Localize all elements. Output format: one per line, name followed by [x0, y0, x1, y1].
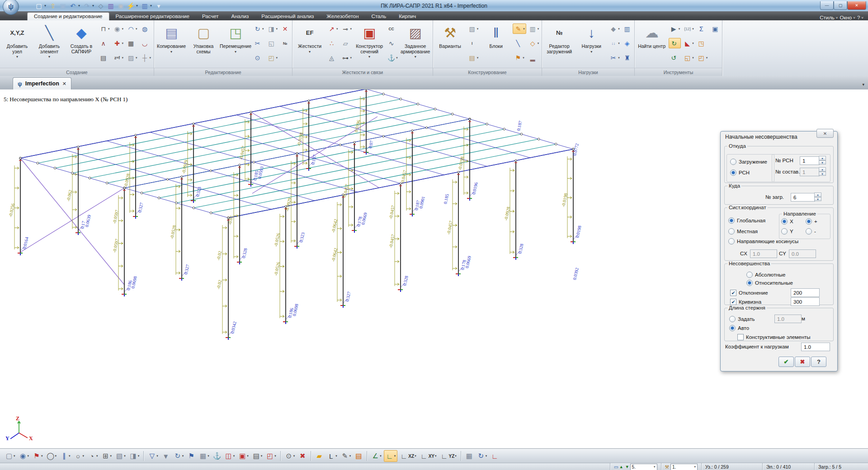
numbers-12-icon[interactable]: (12)▾ [682, 24, 695, 33]
quarters-c-icon[interactable]: ◱▾ [682, 53, 695, 63]
load-editor-button[interactable]: №Редактор загружений [544, 22, 575, 68]
ellipse-icon[interactable]: ◯▾ [45, 451, 58, 461]
view-axes-icon[interactable]: ∠▾ [370, 451, 383, 461]
up-arrow-button[interactable]: ▲ [619, 465, 623, 469]
cube-fragment-icon[interactable]: ▧▾ [114, 451, 127, 461]
refresh-panel-icon[interactable]: ↻ [669, 38, 681, 48]
ribbon-tab-0[interactable]: Создание и редактирование [27, 12, 109, 20]
dashed-contour-icon[interactable]: ▨▾ [126, 53, 138, 63]
num-zagr-spinner[interactable]: ▴▾ [814, 193, 821, 201]
pencil-icon[interactable]: ✎▾ [340, 451, 353, 461]
portal-frame-icon[interactable]: ⊓▾ [98, 24, 111, 33]
dialog-help-button[interactable]: ? [811, 357, 826, 367]
quarters-down-icon[interactable]: ◳ [696, 38, 709, 48]
renumber-icon[interactable]: № [280, 38, 290, 48]
document-tab-close-icon[interactable]: ✕ [62, 81, 66, 87]
grid-plane-icon[interactable]: ▦ [464, 451, 475, 461]
chart-decline-icon[interactable]: ◣▾ [682, 38, 695, 48]
rod-tool-icon[interactable]: ⊸▾ [340, 24, 353, 33]
flows-icon[interactable]: ◫▾ [223, 451, 236, 461]
plate-shell-icon[interactable]: ▱ [340, 38, 353, 48]
reinforcement-button[interactable]: ▨Заданное армирование▾ [400, 22, 431, 68]
variant-combo[interactable]: 1.▾ [670, 464, 698, 470]
funnel-icon[interactable]: ▼ [160, 451, 171, 461]
zoom-cancel-icon[interactable]: ✖ [297, 451, 308, 461]
down-arrow-button[interactable]: ▼ [625, 465, 629, 469]
frame-3d-icon[interactable]: ▤ [98, 53, 111, 63]
distributed-load-icon[interactable]: ↓↓▾ [608, 38, 621, 48]
flag-fragment-icon[interactable]: ⚑ [186, 451, 197, 461]
marker-flag-icon[interactable]: ⚑▾ [513, 53, 526, 63]
dialog-ok-button[interactable]: ✔ [778, 357, 794, 367]
sum-icon[interactable]: Σ [696, 24, 709, 33]
dimension-l-icon[interactable]: L▾ [326, 451, 339, 461]
tower-load-icon[interactable]: ♜ [622, 53, 632, 63]
ribbon-tab-6[interactable]: Сталь [365, 13, 393, 20]
parallel-section-icon[interactable]: ∥▾ [59, 451, 72, 461]
view-xy-icon[interactable]: ∟XY▾ [419, 451, 438, 461]
view-xz-icon[interactable]: ∟XZ▾ [398, 451, 417, 461]
rotate-z-icon[interactable]: ↻▾ [476, 451, 489, 461]
block-red-icon[interactable]: ▣▾ [237, 451, 250, 461]
palette-refresh-icon[interactable]: ↺ [669, 53, 681, 63]
pan-rotate-icon[interactable]: ◉▾ [18, 451, 31, 461]
mirror-icon[interactable]: ◨▾ [266, 24, 279, 33]
edit-add-icon[interactable]: ✎▾ [513, 24, 526, 34]
axes-corner-icon[interactable]: ∟ [489, 451, 500, 461]
sector-section-icon[interactable]: ◔▾ [86, 451, 99, 461]
maximize-button[interactable]: ▢ [834, 1, 847, 10]
cube-design-icon[interactable]: ▧▾ [467, 24, 480, 33]
anchor-fragment-icon[interactable]: ⚓ [212, 451, 222, 461]
radio-y[interactable]: Y [781, 228, 793, 235]
weight-icon[interactable]: ◆▾ [608, 24, 621, 33]
grid-fragment-icon[interactable]: ⊞▾ [100, 451, 113, 461]
mirror-fragment-icon[interactable]: ◨▾ [128, 451, 141, 461]
radio-global[interactable]: Глобальная [728, 217, 765, 224]
view-yz-icon[interactable]: ∟YZ▾ [439, 451, 458, 461]
plate-grid-icon[interactable]: ▦ [126, 38, 138, 48]
ribbon-tab-2[interactable]: Расчет [196, 13, 225, 20]
ribbon-tab-5[interactable]: Железобетон [320, 13, 365, 20]
radio-minus[interactable]: - [806, 228, 816, 235]
node-dots-icon[interactable]: ∴ [326, 38, 339, 48]
radio-relative[interactable]: Относительные [746, 280, 793, 286]
anchor-icon[interactable]: ⚓▾ [386, 53, 399, 63]
stiffness-button[interactable]: EFЖесткости▾ [294, 22, 325, 68]
dialog-cancel-button[interactable]: ✖ [795, 357, 810, 367]
rotate-copy-icon[interactable]: ↻▾ [252, 24, 265, 33]
polyline-flag-icon[interactable]: ⚑▾ [31, 451, 44, 461]
radio-local[interactable]: Местная [728, 228, 758, 235]
radio-rsn[interactable]: РСН [730, 169, 750, 176]
add-rods-icon[interactable]: ╲ [513, 38, 526, 48]
quarters-pen-icon[interactable]: ◰▾ [696, 53, 709, 63]
add-element-button[interactable]: ╲Добавить элемент▾ [34, 22, 65, 68]
radio-x[interactable]: X [781, 218, 793, 225]
window-menu[interactable]: Окно˅ [840, 15, 855, 20]
style-menu[interactable]: Стиль˅ [820, 15, 838, 20]
scale-icon[interactable]: ◱ [266, 38, 279, 48]
radio-plus[interactable]: + [806, 218, 817, 225]
num-rsn-field[interactable]: 1 [800, 156, 820, 165]
add-node-button[interactable]: X,Y,ZДобавить узел▾ [2, 22, 33, 68]
z-function-icon[interactable]: z=f▾ [112, 53, 125, 63]
copy-columns-icon[interactable]: ▥▾ [528, 24, 540, 33]
app-logo-icon[interactable]: ψ [3, 0, 19, 15]
highlight-brush-icon[interactable]: ▰ [314, 451, 325, 461]
spring-icon[interactable]: ∿ [386, 38, 399, 48]
surface-icon[interactable]: ◍ [140, 24, 152, 33]
variants-button[interactable]: ⚒Варианты [435, 22, 466, 68]
find-center-button[interactable]: ☁Найти центр [637, 22, 667, 68]
radio-cosines[interactable]: Направляющие косинусы [728, 238, 798, 244]
palette-icon[interactable]: ▤ [353, 451, 364, 461]
cut-load-icon[interactable]: ✂▾ [608, 53, 621, 63]
document-tab[interactable]: ψ Imperfection ✕ [13, 77, 71, 89]
swap-windows-icon[interactable]: ▣ [710, 24, 720, 33]
sapfir-loads-icon[interactable]: ◈ [622, 38, 632, 48]
blocks-button[interactable]: ‖Блоки [481, 22, 511, 68]
frame-red-icon[interactable]: ◰▾ [264, 451, 278, 461]
copy-loads-icon[interactable]: ▥ [622, 24, 632, 33]
dialog-close-button[interactable]: ✕ [816, 129, 834, 138]
ribbon-tab-7[interactable]: Кирпич [392, 13, 422, 20]
checkbox-structural-elements[interactable]: Конструктивные элементы [737, 334, 811, 340]
view-yx-icon[interactable]: ∟▾ [384, 450, 398, 462]
